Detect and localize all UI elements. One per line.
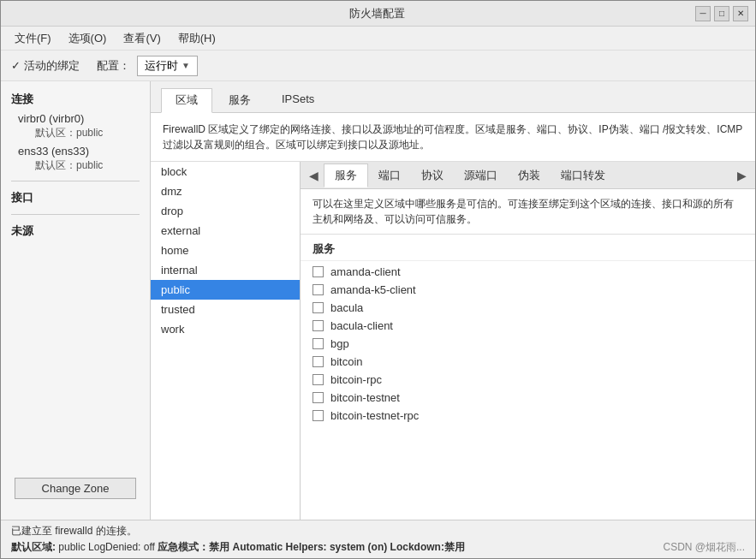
service-bgp-checkbox[interactable]	[313, 338, 324, 349]
sidebar-source-title: 未源	[1, 220, 150, 242]
services-description: 可以在这里定义区域中哪些服务是可信的。可连接至绑定到这个区域的连接、接口和源的所…	[301, 189, 755, 235]
zone-work[interactable]: work	[151, 319, 300, 339]
sub-tab-protocols[interactable]: 协议	[411, 164, 454, 187]
check-icon: ✓	[11, 59, 21, 72]
sub-tabs: ◀ 服务 端口 协议 源端口 伪装 端口转发 ▶	[301, 162, 755, 189]
sidebar-divider-1	[11, 181, 140, 181]
minimize-button[interactable]: ─	[695, 6, 711, 21]
service-amanda-client-label: amanda-client	[330, 265, 401, 278]
sidebar-virbr0-name: virbr0 (virbr0)	[18, 112, 133, 125]
main-window: 防火墙配置 ─ □ ✕ 文件(F) 选项(O) 查看(V) 帮助(H) ✓ 活动…	[0, 0, 756, 559]
sub-tab-source-ports[interactable]: 源端口	[454, 164, 508, 187]
title-bar: 防火墙配置 ─ □ ✕	[1, 1, 755, 27]
zone-external[interactable]: external	[151, 221, 300, 241]
main-content: 连接 virbr0 (virbr0) 默认区：public ens33 (ens…	[1, 81, 755, 520]
service-bitcoin-testnet-rpc[interactable]: bitcoin-testnet-rpc	[301, 407, 755, 425]
sidebar-ens33-zone: 默认区：public	[18, 158, 133, 174]
sub-tab-prev-button[interactable]: ◀	[304, 167, 324, 184]
service-bitcoin-rpc-checkbox[interactable]	[313, 374, 324, 385]
service-bacula-checkbox[interactable]	[313, 302, 324, 313]
service-bitcoin-label: bitcoin	[330, 355, 363, 368]
sidebar-item-virbr0[interactable]: virbr0 (virbr0) 默认区：public	[1, 110, 150, 143]
zone-dmz[interactable]: dmz	[151, 181, 300, 201]
zone-content: block dmz drop external home internal pu…	[151, 162, 755, 520]
active-binding-toggle[interactable]: ✓ 活动的绑定	[11, 58, 80, 74]
status-bar: 已建立至 firewalld 的连接。 默认区域: public LogDeni…	[1, 520, 755, 558]
chevron-down-icon: ▼	[182, 61, 190, 70]
sidebar-ens33-name: ens33 (ens33)	[18, 145, 133, 158]
service-bitcoin-checkbox[interactable]	[313, 356, 324, 367]
menu-bar: 文件(F) 选项(O) 查看(V) 帮助(H)	[1, 27, 755, 51]
close-button[interactable]: ✕	[733, 6, 748, 21]
services-list: 服务 amanda-client amanda-k5-client bacula	[301, 235, 755, 520]
service-bacula-client[interactable]: bacula-client	[301, 317, 755, 335]
zone-public[interactable]: public	[151, 280, 300, 300]
zone-trusted[interactable]: trusted	[151, 300, 300, 319]
services-list-header: 服务	[301, 238, 755, 261]
service-bgp-label: bgp	[330, 337, 349, 350]
service-bitcoin-testnet-rpc-label: bitcoin-testnet-rpc	[330, 409, 419, 422]
config-dropdown[interactable]: 运行时 ▼	[137, 56, 198, 76]
window-title: 防火墙配置	[59, 6, 695, 21]
toolbar: ✓ 活动的绑定 配置： 运行时 ▼	[1, 51, 755, 81]
sidebar-item-ens33[interactable]: ens33 (ens33) 默认区：public	[1, 143, 150, 175]
zone-drop[interactable]: drop	[151, 201, 300, 221]
change-zone-button[interactable]: Change Zone	[15, 478, 136, 499]
service-amanda-k5-client[interactable]: amanda-k5-client	[301, 281, 755, 299]
sub-tab-ports[interactable]: 端口	[368, 164, 411, 187]
service-bitcoin-testnet-rpc-checkbox[interactable]	[313, 410, 324, 421]
sub-tab-next-button[interactable]: ▶	[732, 167, 752, 184]
window-controls: ─ □ ✕	[695, 6, 748, 21]
zone-home[interactable]: home	[151, 241, 300, 260]
service-bitcoin[interactable]: bitcoin	[301, 353, 755, 371]
menu-help[interactable]: 帮助(H)	[171, 29, 223, 48]
service-bacula-client-label: bacula-client	[330, 319, 393, 332]
service-bitcoin-testnet-label: bitcoin-testnet	[330, 391, 400, 404]
service-bacula-label: bacula	[330, 301, 363, 314]
zone-description: FirewallD 区域定义了绑定的网络连接、接口以及源地址的可信程度。区域是服…	[151, 113, 755, 162]
service-bitcoin-rpc[interactable]: bitcoin-rpc	[301, 371, 755, 389]
zone-internal[interactable]: internal	[151, 260, 300, 280]
content-area: 区域 服务 IPSets FirewallD 区域定义了绑定的网络连接、接口以及…	[151, 81, 755, 520]
menu-view[interactable]: 查看(V)	[116, 29, 167, 48]
tab-services[interactable]: 服务	[214, 88, 265, 112]
service-amanda-k5-client-label: amanda-k5-client	[330, 283, 416, 296]
service-bitcoin-rpc-label: bitcoin-rpc	[330, 373, 382, 386]
status-line2: 默认区域: public LogDenied: off 应急模式：禁用 Auto…	[11, 540, 745, 555]
menu-options[interactable]: 选项(O)	[62, 29, 114, 48]
status-details: 默认区域: public LogDenied: off 应急模式：禁用 Auto…	[11, 540, 465, 555]
service-bitcoin-testnet-checkbox[interactable]	[313, 392, 324, 403]
sidebar-interface-title: 接口	[1, 187, 150, 209]
service-amanda-k5-client-checkbox[interactable]	[313, 284, 324, 295]
maximize-button[interactable]: □	[714, 6, 729, 21]
sidebar-connection-title: 连接	[1, 88, 150, 110]
zone-list: block dmz drop external home internal pu…	[151, 162, 301, 520]
service-bitcoin-testnet[interactable]: bitcoin-testnet	[301, 389, 755, 407]
tab-zone[interactable]: 区域	[161, 88, 212, 113]
sub-tab-masquerade[interactable]: 伪装	[508, 164, 551, 187]
service-amanda-client[interactable]: amanda-client	[301, 263, 755, 281]
status-line1: 已建立至 firewalld 的连接。	[11, 524, 745, 538]
menu-file[interactable]: 文件(F)	[8, 29, 58, 48]
sidebar: 连接 virbr0 (virbr0) 默认区：public ens33 (ens…	[1, 81, 151, 520]
sidebar-virbr0-zone: 默认区：public	[18, 125, 133, 141]
main-tabs: 区域 服务 IPSets	[151, 81, 755, 113]
config-label: 配置：	[97, 58, 130, 74]
zone-block[interactable]: block	[151, 162, 300, 181]
sub-tab-services[interactable]: 服务	[324, 164, 368, 187]
watermark: CSDN @烟花雨...	[663, 540, 745, 555]
service-bgp[interactable]: bgp	[301, 335, 755, 353]
right-panel: ◀ 服务 端口 协议 源端口 伪装 端口转发 ▶ 可以在这里定义区域中哪些服务是…	[301, 162, 755, 520]
service-bacula-client-checkbox[interactable]	[313, 320, 324, 331]
service-amanda-client-checkbox[interactable]	[313, 266, 324, 277]
config-value: 运行时	[145, 58, 178, 74]
active-binding-label: 活动的绑定	[24, 58, 80, 74]
sidebar-divider-2	[11, 214, 140, 215]
service-bacula[interactable]: bacula	[301, 299, 755, 317]
sub-tab-port-forward[interactable]: 端口转发	[551, 164, 616, 187]
tab-ipsets[interactable]: IPSets	[267, 88, 329, 112]
